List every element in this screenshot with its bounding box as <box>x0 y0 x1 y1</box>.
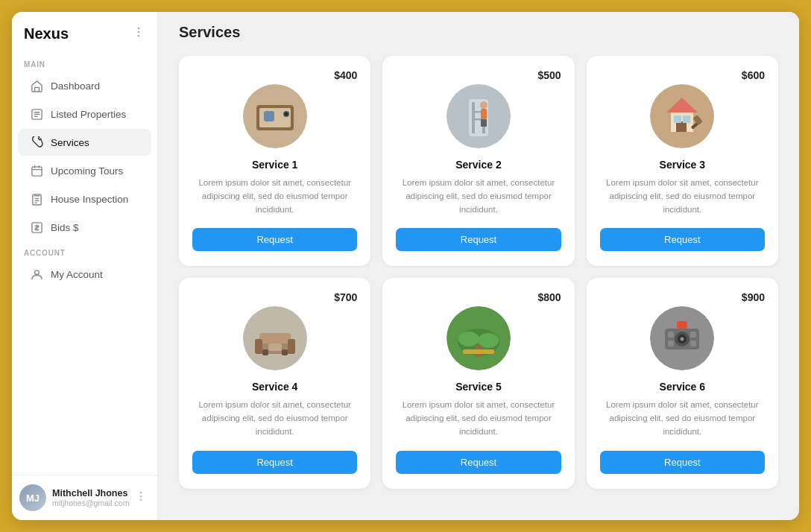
card-price-row: $500 <box>396 69 561 81</box>
svg-rect-41 <box>683 115 690 123</box>
svg-point-54 <box>458 332 479 346</box>
user-more-icon[interactable] <box>132 487 150 508</box>
app-container: Nexus MAIN Dashboard Listed Properties <box>12 12 799 520</box>
svg-rect-47 <box>255 339 262 354</box>
service-price: $700 <box>334 291 357 303</box>
request-button[interactable]: Request <box>396 451 561 474</box>
card-price-row: $600 <box>600 69 765 81</box>
service-description: Lorem ipsum dolor sit amet, consectetur … <box>192 177 357 216</box>
svg-point-18 <box>140 495 142 498</box>
svg-rect-50 <box>282 349 288 355</box>
list-icon <box>30 107 43 121</box>
request-button[interactable]: Request <box>192 451 357 474</box>
service-name: Service 4 <box>252 381 298 393</box>
svg-rect-23 <box>264 111 274 121</box>
svg-rect-64 <box>668 332 674 338</box>
user-name: Mithchell Jhones <box>52 488 129 498</box>
svg-rect-65 <box>690 332 696 338</box>
sidebar: Nexus MAIN Dashboard Listed Properties <box>12 12 158 520</box>
service-description: Lorem ipsum dolor sit amet, consectetur … <box>192 399 357 438</box>
card-price-row: $800 <box>396 291 561 303</box>
dollar-icon <box>30 221 43 234</box>
svg-rect-39 <box>676 121 687 132</box>
tool-icon <box>30 136 43 149</box>
service-card-3: $600 Service 3 Lorem ipsum dolor sit ame… <box>587 56 778 266</box>
clipboard-icon <box>30 192 43 206</box>
sidebar-item-label: Dashboard <box>51 80 100 92</box>
svg-rect-7 <box>31 166 41 175</box>
sidebar-item-label: Listed Properties <box>51 109 126 120</box>
person-icon <box>30 267 43 281</box>
svg-point-32 <box>480 101 487 109</box>
sidebar-item-upcoming-tours[interactable]: Upcoming Tours <box>18 157 151 184</box>
service-price: $400 <box>334 69 357 81</box>
service-name: Service 6 <box>660 381 706 393</box>
svg-rect-34 <box>481 119 484 127</box>
service-name: Service 1 <box>252 159 298 171</box>
sidebar-item-house-inspection[interactable]: House Inspection <box>18 186 151 212</box>
section-account-label: ACCOUNT <box>12 241 157 260</box>
request-button[interactable]: Request <box>600 228 765 251</box>
svg-rect-66 <box>668 341 674 346</box>
sidebar-item-label: Bids $ <box>51 222 79 233</box>
request-button[interactable]: Request <box>192 228 357 251</box>
sidebar-item-my-account[interactable]: My Account <box>18 261 151 288</box>
service-card-1: $400 Service 1 Lorem ipsum dolor sit ame… <box>179 56 370 266</box>
service-card-6: $900 Service 6 Lorem ipsum dolor sit ame… <box>587 278 778 488</box>
service-card-5: $800 Service 5 Lorem ipsum dolor sit ame… <box>382 278 574 488</box>
service-name: Service 2 <box>455 159 502 171</box>
service-price: $800 <box>538 291 561 303</box>
svg-point-17 <box>140 492 142 494</box>
services-grid: $400 Service 1 Lorem ipsum dolor sit ame… <box>158 50 799 520</box>
svg-point-2 <box>138 35 140 37</box>
calendar-icon <box>30 164 43 177</box>
sidebar-more-icon[interactable] <box>132 25 145 42</box>
service-image <box>446 84 511 148</box>
request-button[interactable]: Request <box>396 228 561 251</box>
page-title: Services <box>179 24 778 41</box>
svg-rect-46 <box>259 333 291 343</box>
svg-rect-33 <box>481 109 487 119</box>
svg-rect-57 <box>463 349 494 354</box>
svg-point-63 <box>681 338 684 341</box>
card-price-row: $400 <box>192 69 357 81</box>
service-image <box>243 84 307 148</box>
sidebar-item-dashboard[interactable]: Dashboard <box>18 72 151 99</box>
sidebar-item-services[interactable]: Services <box>18 129 151 156</box>
sidebar-item-listed-properties[interactable]: Listed Properties <box>18 101 151 127</box>
svg-rect-68 <box>677 321 687 329</box>
section-main-label: MAIN <box>12 53 157 72</box>
service-price: $600 <box>742 69 765 81</box>
service-description: Lorem ipsum dolor sit amet, consectetur … <box>396 399 561 438</box>
svg-point-19 <box>140 499 142 501</box>
service-image <box>446 306 511 370</box>
service-image <box>650 84 714 148</box>
card-price-row: $900 <box>600 291 765 303</box>
home-icon <box>30 79 43 92</box>
service-price: $500 <box>538 69 561 81</box>
service-card-2: $500 Service 2 Lorem ipsum dolor sit ame… <box>382 56 574 266</box>
sidebar-item-label: House Inspection <box>51 194 128 205</box>
svg-rect-51 <box>268 343 282 351</box>
sidebar-item-bids[interactable]: Bids $ <box>18 214 151 241</box>
service-description: Lorem ipsum dolor sit amet, consectetur … <box>600 177 765 216</box>
card-price-row: $700 <box>192 291 357 303</box>
sidebar-header: Nexus <box>12 12 157 53</box>
svg-rect-49 <box>262 349 268 355</box>
service-image <box>650 306 714 370</box>
service-card-4: $700 Service 4 Lorem ipsum dolor sit ame… <box>179 278 370 488</box>
app-logo: Nexus <box>24 25 69 42</box>
user-email: mitjhones@gmail.com <box>52 498 129 507</box>
svg-rect-40 <box>674 115 681 123</box>
request-button[interactable]: Request <box>600 451 765 474</box>
svg-rect-35 <box>484 119 487 127</box>
sidebar-item-label: Services <box>51 137 89 148</box>
sidebar-user-section: MJ Mithchell Jhones mitjhones@gmail.com <box>12 475 157 520</box>
service-description: Lorem ipsum dolor sit amet, consectetur … <box>396 177 561 216</box>
sidebar-item-label: Upcoming Tours <box>51 165 123 177</box>
service-name: Service 3 <box>660 159 706 171</box>
service-description: Lorem ipsum dolor sit amet, consectetur … <box>600 399 765 438</box>
svg-rect-28 <box>472 102 475 133</box>
svg-rect-48 <box>288 339 295 354</box>
service-name: Service 5 <box>455 381 502 393</box>
